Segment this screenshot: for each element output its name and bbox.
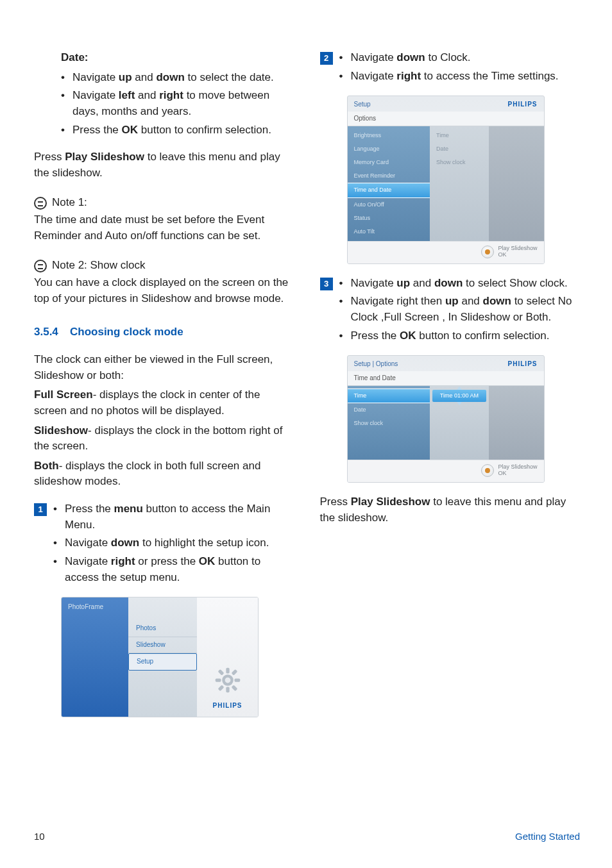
note-2-body: You can have a clock displayed on the sc… xyxy=(34,275,294,306)
option-time-and-date[interactable]: Time and Date xyxy=(348,183,430,197)
menu-item-slideshow[interactable]: Slideshow xyxy=(128,637,197,654)
option-auto-tilt[interactable]: Auto Tilt xyxy=(348,225,430,238)
options-list: Brightness Language Memory Card Event Re… xyxy=(348,126,430,240)
step-1-bullet-1: Press the menu button to access the Main… xyxy=(53,501,294,533)
option-date[interactable]: Date xyxy=(348,403,430,417)
option-brightness[interactable]: Brightness xyxy=(348,129,430,142)
device-menu-pane: Photos Slideshow Setup xyxy=(128,597,197,717)
device-title-pane: PhotoFrame xyxy=(62,597,128,717)
note-icon xyxy=(34,260,47,272)
date-bullets: Navigate up and down to select the date.… xyxy=(61,70,294,138)
section-heading: 3.5.4Choosing clock mode xyxy=(34,324,294,340)
note-1-body: The time and date must be set before the… xyxy=(34,212,294,244)
svg-rect-2 xyxy=(226,687,229,692)
option-memory-card[interactable]: Memory Card xyxy=(348,156,430,169)
note-2-header: Note 2: Show clock xyxy=(34,258,294,274)
device-screenshot-main-menu: PhotoFrame Photos Slideshow Setup xyxy=(61,597,259,717)
date-bullet-3: Press the OK button to confirm selection… xyxy=(61,122,294,138)
step-1-bullets: Press the menu button to access the Main… xyxy=(53,501,294,585)
step-3-bullets: Navigate up and down to select Show cloc… xyxy=(339,276,581,344)
suboptions-list: Time Date Show clock xyxy=(430,126,489,240)
subopt-time[interactable]: Time xyxy=(430,129,489,142)
step-3-bullet-3: Press the OK button to confirm selection… xyxy=(339,328,581,344)
svg-rect-7 xyxy=(217,685,224,691)
step-1: 1 Press the menu button to access the Ma… xyxy=(34,501,294,590)
step-1-bullet-2: Navigate down to highlight the setup ico… xyxy=(53,535,294,551)
svg-rect-6 xyxy=(231,669,237,676)
device-subheader: Options xyxy=(348,112,544,127)
footer-section-name: Getting Started xyxy=(515,830,580,844)
option-language[interactable]: Language xyxy=(348,142,430,156)
footer-ok: OK xyxy=(498,252,537,258)
preview-pane xyxy=(489,126,544,240)
date-bullet-2: Navigate left and right to move between … xyxy=(61,88,294,119)
device-screenshot-time: Setup | Options PHILIPS Time and Date Ti… xyxy=(347,355,545,483)
svg-rect-8 xyxy=(231,685,237,691)
brand-logo: PHILIPS xyxy=(508,360,538,369)
date-bullet-1: Navigate up and down to select the date. xyxy=(61,70,294,86)
option-time[interactable]: Time xyxy=(348,388,430,403)
preview-pane xyxy=(489,386,544,460)
breadcrumb: Setup | Options xyxy=(354,360,398,369)
svg-rect-4 xyxy=(234,678,240,681)
mode-both: Both- displays the clock in both full sc… xyxy=(34,458,294,490)
option-status[interactable]: Status xyxy=(348,212,430,225)
step-2-bullets: Navigate down to Clock. Navigate right t… xyxy=(339,50,581,84)
page-content: Date: Navigate up and down to select the… xyxy=(0,0,612,729)
page-number: 10 xyxy=(34,830,45,844)
section-number: 3.5.4 xyxy=(34,324,70,340)
brand-logo: PHILIPS xyxy=(213,701,242,711)
menu-item-photos[interactable]: Photos xyxy=(128,621,197,637)
clock-intro: The clock can either be viewed in the Fu… xyxy=(34,352,294,383)
subopt-show-clock[interactable]: Show clock xyxy=(430,156,489,169)
svg-rect-5 xyxy=(217,669,224,676)
step-number-3: 3 xyxy=(320,278,333,290)
options-list: Time Date Show clock xyxy=(348,386,430,460)
step-3-bullet-1: Navigate up and down to select Show cloc… xyxy=(339,276,581,292)
right-column: 2 Navigate down to Clock. Navigate right… xyxy=(320,50,581,729)
option-show-clock[interactable]: Show clock xyxy=(348,417,430,430)
press-play-2: Press Play Slideshow to leave this menu … xyxy=(320,494,581,526)
device-header: Setup PHILIPS xyxy=(348,96,544,112)
mode-slideshow: Slideshow- displays the clock in the bot… xyxy=(34,423,294,455)
time-value[interactable]: Time 01:00 AM xyxy=(432,390,486,402)
value-pane: Time 01:00 AM xyxy=(430,386,489,460)
step-2-bullet-2: Navigate right to access the Time settin… xyxy=(339,69,581,85)
device-footer: Play Slideshow OK xyxy=(348,241,544,263)
note-1-label: Note 1: xyxy=(52,195,87,211)
subopt-date[interactable]: Date xyxy=(430,142,489,156)
device-subheader: Time and Date xyxy=(348,371,544,387)
option-auto-onoff[interactable]: Auto On/Off xyxy=(348,198,430,212)
device-footer: Play Slideshow OK xyxy=(348,460,544,482)
step-3-bullet-2: Navigate right then up and down to selec… xyxy=(339,294,581,325)
note-1-header: Note 1: xyxy=(34,195,294,211)
device-preview-pane: PHILIPS xyxy=(197,597,258,717)
mode-full: Full Screen- displays the clock in cente… xyxy=(34,387,294,419)
device-body: Brightness Language Memory Card Event Re… xyxy=(348,126,544,240)
gear-icon xyxy=(214,667,241,694)
step-number-2: 2 xyxy=(320,52,333,65)
note-2-label: Note 2: Show clock xyxy=(52,258,146,274)
footer-ok: OK xyxy=(498,471,537,477)
svg-rect-1 xyxy=(226,668,229,674)
brand-logo: PHILIPS xyxy=(508,100,538,110)
press-play-1: Press Play Slideshow to leave this menu … xyxy=(34,149,294,181)
device-body: Time Date Show clock Time 01:00 AM xyxy=(348,386,544,460)
option-event-reminder[interactable]: Event Reminder xyxy=(348,169,430,183)
step-2-bullet-1: Navigate down to Clock. xyxy=(339,50,581,66)
menu-item-setup[interactable]: Setup xyxy=(128,653,197,671)
joystick-icon xyxy=(481,246,494,258)
left-column: Date: Navigate up and down to select the… xyxy=(34,50,294,729)
date-heading: Date: xyxy=(61,50,294,66)
device-title: PhotoFrame xyxy=(68,603,103,610)
page-footer: 10 Getting Started xyxy=(34,830,580,844)
step-1-bullet-3: Navigate right or press the OK button to… xyxy=(53,554,294,585)
section-title-text: Choosing clock mode xyxy=(70,326,183,338)
breadcrumb: Setup xyxy=(354,100,371,110)
step-number-1: 1 xyxy=(34,503,47,516)
note-icon xyxy=(34,197,47,210)
joystick-icon xyxy=(481,464,494,477)
step-2: 2 Navigate down to Clock. Navigate right… xyxy=(320,50,581,89)
step-3: 3 Navigate up and down to select Show cl… xyxy=(320,276,581,349)
device-screenshot-options: Setup PHILIPS Options Brightness Languag… xyxy=(347,96,545,263)
